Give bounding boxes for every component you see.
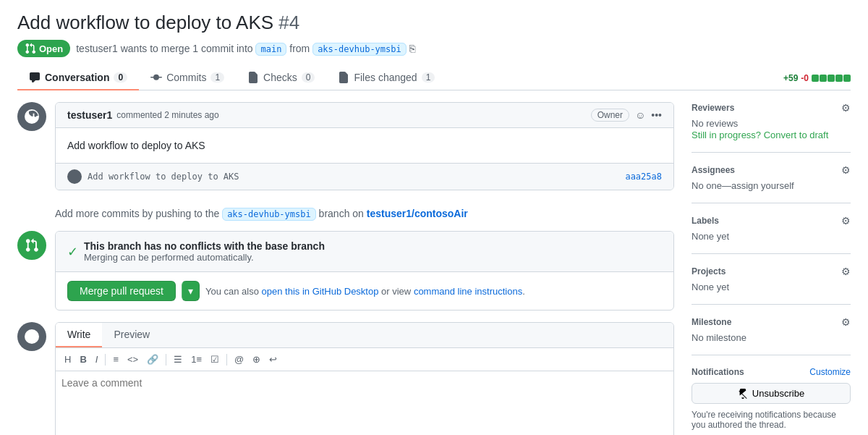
reviewers-section: Reviewers ⚙ No reviews Still in progress… [692, 102, 851, 153]
toolbar-code-btn[interactable]: <> [124, 352, 141, 366]
comment-thread: testuser1 commented 2 minutes ago Owner … [17, 102, 674, 190]
comment-author-name: testuser1 [67, 109, 112, 121]
tab-conversation[interactable]: Conversation 0 [17, 66, 139, 90]
push-info-suffix: branch on [319, 208, 364, 219]
comment-emoji-button[interactable]: ☺ [635, 109, 645, 121]
merge-also-text: You can also open this in GitHub Desktop… [205, 286, 525, 297]
labels-label: Labels [692, 216, 719, 226]
new-comment-section: Write Preview H B I ≡ <> 🔗 ☰ 1≡ [17, 322, 674, 435]
convert-to-draft-link[interactable]: Still in progress? Convert to draft [692, 130, 828, 140]
notifications-customize-link[interactable]: Customize [809, 367, 851, 377]
open-github-desktop-link[interactable]: open this in GitHub Desktop [262, 286, 379, 297]
pr-title-text: Add workflow to deploy to AKS [17, 12, 273, 33]
tab-files-count: 1 [422, 72, 435, 83]
editor-area[interactable] [56, 371, 673, 435]
merge-svg-icon [25, 238, 39, 253]
milestone-section: Milestone ⚙ No milestone [692, 305, 851, 355]
merge-icon [17, 231, 46, 260]
toolbar-ref-btn[interactable]: ⊕ [250, 352, 263, 366]
milestone-gear-button[interactable]: ⚙ [841, 316, 851, 328]
comment-body: Add workflow to deploy to AKS [56, 128, 673, 163]
copy-branch-icon[interactable]: ⎘ [409, 43, 415, 54]
milestone-label: Milestone [692, 317, 731, 327]
labels-gear-button[interactable]: ⚙ [841, 215, 851, 227]
tab-checks-count: 0 [302, 72, 315, 83]
toolbar-heading2-btn[interactable]: ≡ [110, 352, 122, 366]
projects-value: None yet [692, 282, 851, 292]
commits-icon [150, 72, 162, 83]
toolbar-mention-btn[interactable]: @ [231, 352, 247, 366]
push-repo-link[interactable]: testuser1/contosoAir [367, 208, 468, 219]
reviewers-label: Reviewers [692, 103, 734, 113]
diff-block-2 [820, 75, 827, 82]
tab-files-changed[interactable]: Files changed 1 [326, 66, 446, 90]
merge-check-icon: ✓ [67, 244, 78, 260]
comment-author-avatar [17, 102, 46, 131]
comment-time: commented 2 minutes ago [116, 110, 218, 120]
tab-commits-count: 1 [210, 72, 224, 83]
toolbar-ordered-list-btn[interactable]: 1≡ [188, 352, 205, 366]
comment-textarea[interactable] [61, 377, 668, 435]
head-branch-link[interactable]: aks-devhub-ymsbi [312, 43, 407, 56]
comment-header-right: Owner ☺ ••• [591, 109, 662, 122]
push-branch-link[interactable]: aks-devhub-ymsbi [222, 208, 316, 221]
assignees-value: No one—assign yourself [692, 180, 851, 191]
merge-actions: Merge pull request ▾ You can also open t… [56, 272, 673, 310]
merge-pull-request-button[interactable]: Merge pull request [67, 281, 176, 301]
bold-label: B [80, 354, 86, 365]
projects-section: Projects ⚙ None yet [692, 254, 851, 305]
toolbar-bold-btn[interactable]: B [77, 352, 89, 366]
command-line-link[interactable]: command line instructions [414, 286, 522, 297]
diff-block-4 [835, 75, 843, 82]
merge-period: . [522, 286, 525, 297]
comment-more-button[interactable]: ••• [651, 109, 662, 121]
owner-badge: Owner [591, 109, 629, 122]
base-branch-link[interactable]: main [255, 43, 286, 56]
diff-block-3 [827, 75, 835, 82]
tab-conversation-count: 0 [114, 72, 127, 83]
comment-text: Add workflow to deploy to AKS [67, 140, 662, 151]
projects-gear-button[interactable]: ⚙ [841, 266, 851, 277]
unsubscribe-button[interactable]: Unsubscribe [692, 383, 851, 404]
toolbar-reply-btn[interactable]: ↩ [266, 352, 280, 366]
reviewers-title: Reviewers ⚙ [692, 102, 851, 114]
merge-button-label: Merge pull request [80, 285, 163, 297]
toolbar-italic-btn[interactable]: I [93, 352, 101, 366]
diff-deletions: -0 [801, 73, 809, 83]
main-content: testuser1 commented 2 minutes ago Owner … [17, 102, 674, 435]
toolbar-task-list-btn[interactable]: ☑ [208, 352, 222, 366]
editor-tab-write[interactable]: Write [56, 323, 102, 347]
merge-or-text: or view [381, 286, 411, 297]
toolbar-sep-2 [166, 354, 166, 366]
tab-commits[interactable]: Commits 1 [139, 66, 236, 90]
merge-section: ✓ This branch has no conflicts with the … [17, 231, 674, 311]
diff-additions: +59 [783, 73, 798, 83]
toolbar-unordered-list-btn[interactable]: ☰ [171, 352, 185, 366]
open-link-label: open this in GitHub Desktop [262, 286, 379, 297]
diff-blocks [812, 75, 851, 82]
notifications-section: Notifications Customize Unsubscribe You'… [692, 355, 851, 435]
toolbar-heading-btn[interactable]: H [61, 352, 74, 366]
comment-commit: Add workflow to deploy to AKS aaa25a8 [56, 163, 673, 190]
labels-title: Labels ⚙ [692, 215, 851, 227]
toolbar-link-btn[interactable]: 🔗 [144, 352, 161, 366]
labels-section: Labels ⚙ None yet [692, 203, 851, 254]
sidebar: Reviewers ⚙ No reviews Still in progress… [692, 102, 851, 435]
toolbar-sep-3 [226, 354, 227, 366]
pr-meta: Open testuser1 wants to merge 1 commit i… [17, 40, 851, 57]
editor-toolbar: H B I ≡ <> 🔗 ☰ 1≡ ☑ @ ⊕ ↩ [56, 348, 673, 371]
tab-checks-label: Checks [263, 72, 297, 83]
editor-tab-preview[interactable]: Preview [102, 323, 161, 347]
labels-value: None yet [692, 231, 851, 242]
merge-dropdown-button[interactable]: ▾ [182, 281, 200, 301]
assignees-gear-button[interactable]: ⚙ [841, 164, 851, 176]
reviewers-gear-button[interactable]: ⚙ [841, 102, 851, 114]
commit-author-avatar [67, 169, 82, 184]
tab-files-label: Files changed [354, 72, 417, 83]
merge-status: ✓ This branch has no conflicts with the … [56, 232, 673, 272]
from-text: from [289, 43, 310, 54]
unsubscribe-label: Unsubscribe [752, 388, 804, 399]
diff-stat: +59 -0 [783, 73, 851, 83]
assignees-label: Assignees [692, 165, 735, 175]
tab-checks[interactable]: Checks 0 [236, 66, 326, 90]
